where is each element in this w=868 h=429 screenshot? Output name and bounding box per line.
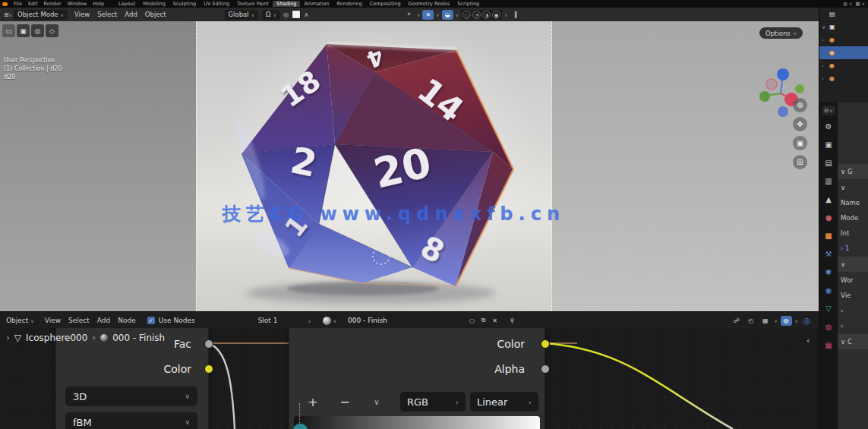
color-ramp-node[interactable]: Color Alpha + − ∨ RGB∨ Linear∨: [289, 328, 545, 429]
remove-stop-button[interactable]: −: [332, 392, 358, 412]
viewport-menu-item[interactable]: Add: [121, 11, 140, 18]
color-swatch[interactable]: [292, 10, 301, 19]
properties-row[interactable]: › 1: [838, 241, 868, 256]
outliner-row[interactable]: ▤: [819, 8, 868, 21]
topbar-menu-item[interactable]: Help: [90, 1, 107, 7]
shading-mode-button[interactable]: ○: [462, 11, 471, 19]
node-snap-icon[interactable]: ◴: [745, 316, 756, 326]
expand-caret-icon[interactable]: ›: [822, 76, 827, 82]
viewlayer-selector-icon[interactable]: ▦ ∨: [855, 1, 865, 7]
editor-type-icon[interactable]: ⊞∨: [2, 10, 14, 20]
workspace-tab[interactable]: Shading: [273, 1, 300, 7]
workspace-tab[interactable]: Scripting: [453, 1, 483, 7]
node-menu-item[interactable]: View: [41, 317, 65, 324]
xray-toggle-icon[interactable]: ✕: [422, 10, 434, 20]
topbar-menu-item[interactable]: Window: [65, 1, 90, 7]
material-browse-dropdown[interactable]: ∨: [319, 315, 340, 326]
properties-tab[interactable]: ▥: [822, 175, 835, 187]
color-ramp-gradient[interactable]: [294, 416, 540, 429]
material-name-field[interactable]: 000 - Finish: [343, 315, 466, 326]
snap-dropdown[interactable]: Ω ∨: [262, 10, 280, 20]
properties-row[interactable]: Name: [838, 195, 868, 210]
fake-user-icon[interactable]: ○: [466, 316, 478, 326]
properties-row[interactable]: ›: [838, 318, 868, 333]
outliner-row[interactable]: › ●: [819, 33, 868, 46]
blender-logo-icon[interactable]: [2, 2, 8, 6]
orientation-dropdown[interactable]: Global∨: [225, 10, 259, 20]
shading-mode-button[interactable]: ◔: [472, 11, 481, 19]
nav-button[interactable]: ⊞: [793, 155, 807, 169]
properties-editor-type-icon[interactable]: ⊟∨: [822, 106, 835, 115]
backdrop-icon[interactable]: ◎: [801, 316, 813, 326]
properties-row[interactable]: Vie: [838, 288, 868, 303]
unlink-material-icon[interactable]: ✕: [489, 316, 500, 326]
nav-button[interactable]: ▣: [793, 136, 807, 150]
properties-tab[interactable]: ▽: [822, 303, 835, 314]
node-editor-canvas[interactable]: › ▽ Icosphere000 › 000 - Finish Fac Colo…: [0, 328, 819, 429]
falloff-icon[interactable]: ∧: [301, 10, 312, 20]
properties-tab[interactable]: ◍: [822, 321, 835, 333]
properties-tab[interactable]: ◉: [822, 285, 835, 296]
outliner-row[interactable]: › ●: [819, 72, 868, 85]
topbar-menu-item[interactable]: Edit: [25, 1, 41, 7]
properties-row[interactable]: Int: [838, 226, 868, 241]
use-nodes-checkbox[interactable]: ✓: [147, 317, 155, 324]
properties-tab[interactable]: ▤: [822, 157, 835, 169]
interpolation-dropdown[interactable]: Linear∨: [470, 392, 538, 412]
tool-cursor[interactable]: ▣: [17, 24, 30, 37]
nav-button[interactable]: ✥: [793, 117, 807, 131]
viewport-menu-item[interactable]: Object: [141, 11, 170, 18]
color-output-socket[interactable]: [204, 364, 213, 374]
slot-dropdown[interactable]: Slot 1∨: [254, 315, 315, 326]
node-menu-item[interactable]: Select: [65, 317, 93, 324]
properties-tab[interactable]: ●: [822, 212, 835, 223]
properties-tab[interactable]: ⚙: [822, 121, 835, 132]
node-menu-item[interactable]: Node: [114, 317, 140, 324]
properties-row[interactable]: ∨ G: [838, 164, 868, 179]
node-menu-item[interactable]: Add: [93, 317, 114, 324]
properties-row[interactable]: Wor: [838, 273, 868, 288]
nav-button[interactable]: ⊕: [793, 98, 807, 112]
expand-caret-icon[interactable]: ∨: [822, 24, 827, 30]
node-overlay-icon[interactable]: ▦: [759, 316, 771, 326]
tool-select-box[interactable]: ▭: [2, 24, 15, 37]
workspace-tab[interactable]: Modeling: [139, 1, 169, 7]
properties-tab[interactable]: ▦: [822, 339, 835, 351]
viewport-menu-item[interactable]: Select: [93, 11, 121, 18]
workspace-tab[interactable]: Animation: [300, 1, 333, 7]
viewport-menu-item[interactable]: View: [71, 11, 93, 18]
fac-output-socket[interactable]: [204, 339, 213, 349]
tool-move[interactable]: ◎: [31, 24, 44, 37]
overlays-toggle-icon[interactable]: ◒: [442, 10, 453, 20]
workspace-tab[interactable]: Layout: [115, 1, 139, 7]
workspace-tab[interactable]: Sculpting: [169, 1, 200, 7]
shader-type-dropdown[interactable]: Object∨: [2, 315, 38, 326]
viewport-3d[interactable]: 4 18 14 2 20 8 1 ▭ ▣ ◎ ◇ User Perspectiv…: [0, 21, 819, 311]
topbar-menu-item[interactable]: Render: [40, 1, 64, 7]
proportional-edit-icon[interactable]: ◎: [280, 10, 292, 20]
workspace-tab[interactable]: Compositing: [366, 1, 405, 7]
outliner-row[interactable]: › ●: [819, 59, 868, 72]
properties-tab[interactable]: ⚒: [822, 248, 835, 260]
properties-row[interactable]: ∨: [838, 180, 868, 195]
color-mode-dropdown[interactable]: RGB∨: [400, 392, 466, 412]
ramp-options-dropdown[interactable]: ∨: [364, 392, 390, 412]
workspace-tab[interactable]: Texture Paint: [233, 1, 273, 7]
sidebar-toggle-icon[interactable]: ‹: [806, 336, 810, 345]
properties-row[interactable]: ∨ C: [838, 334, 868, 349]
ramp-color-output-socket[interactable]: [541, 339, 550, 349]
workspace-tab[interactable]: UV Editing: [200, 1, 233, 7]
topbar-menu-item[interactable]: File: [11, 1, 25, 7]
pin-icon[interactable]: ⚲: [507, 316, 518, 326]
properties-row[interactable]: ›: [838, 303, 868, 318]
tool-transform[interactable]: ◇: [46, 24, 58, 37]
scene-selector-icon[interactable]: ◍ ∨: [843, 1, 852, 7]
new-material-icon[interactable]: ⧉: [478, 316, 489, 326]
shading-mode-button[interactable]: ◑: [482, 11, 491, 19]
mode-dropdown[interactable]: Object Mode∨: [14, 10, 68, 20]
preview-toggle-icon[interactable]: ◍: [781, 316, 792, 326]
properties-tab[interactable]: ▣: [822, 139, 835, 150]
dimension-dropdown[interactable]: 3D∨: [65, 386, 197, 406]
expand-caret-icon[interactable]: ›: [822, 37, 827, 43]
outliner-row[interactable]: ∨ ▣: [819, 21, 868, 33]
